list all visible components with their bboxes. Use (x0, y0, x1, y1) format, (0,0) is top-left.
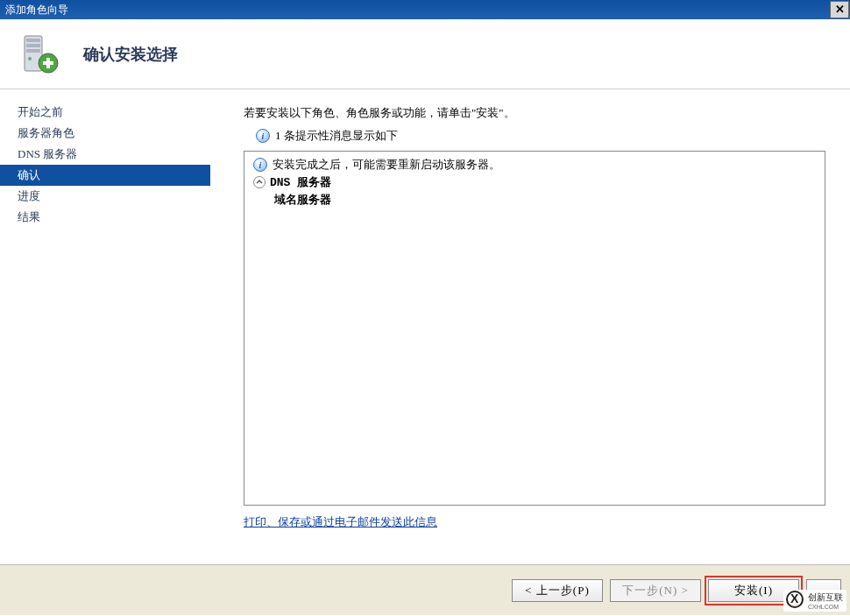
watermark: 创新互联 CXHLCOM (783, 590, 846, 612)
collapse-icon[interactable] (253, 176, 266, 188)
info-icon: i (256, 129, 270, 143)
wizard-body: 开始之前 服务器角色 DNS 服务器 确认 进度 结果 若要安装以下角色、角色服… (0, 89, 850, 564)
sidebar-item-label: 结果 (18, 210, 40, 223)
svg-rect-1 (26, 39, 40, 42)
sidebar-item-confirm[interactable]: 确认 (0, 165, 210, 186)
wizard-content: 若要安装以下角色、角色服务或功能，请单击"安装"。 i 1 条提示性消息显示如下… (210, 89, 850, 564)
previous-button[interactable]: < 上一步(P) (512, 579, 603, 602)
info-messages-line: i 1 条提示性消息显示如下 (256, 128, 825, 144)
info-messages-text: 1 条提示性消息显示如下 (275, 128, 398, 144)
role-line: DNS 服务器 (253, 174, 816, 190)
role-name: DNS 服务器 (270, 174, 331, 190)
sidebar-item-label: 确认 (18, 168, 40, 181)
page-title: 确认安装选择 (83, 44, 178, 65)
sidebar-item-results[interactable]: 结果 (0, 207, 210, 228)
instruction-text: 若要安装以下角色、角色服务或功能，请单击"安装"。 (244, 105, 825, 121)
sub-role-name: 域名服务器 (274, 192, 816, 208)
watermark-logo-icon (786, 591, 804, 608)
roles-summary-box: i 安装完成之后，可能需要重新启动该服务器。 DNS 服务器 域名服务器 (244, 151, 825, 506)
restart-note-text: 安装完成之后，可能需要重新启动该服务器。 (273, 157, 500, 173)
titlebar: 添加角色向导 ✕ (0, 0, 850, 19)
sidebar-item-progress[interactable]: 进度 (0, 186, 210, 207)
svg-rect-7 (43, 61, 53, 65)
print-save-email-link[interactable]: 打印、保存或通过电子邮件发送此信息 (244, 514, 437, 530)
wizard-footer: < 上一步(P) 下一步(N) > 安装(I) 创新互联 CXHLCOM (0, 564, 850, 615)
svg-rect-2 (26, 44, 40, 47)
server-icon (18, 32, 61, 76)
sidebar-item-label: 开始之前 (18, 105, 63, 118)
wizard-header: 确认安装选择 (0, 19, 850, 89)
wizard-steps-sidebar: 开始之前 服务器角色 DNS 服务器 确认 进度 结果 (0, 89, 210, 564)
sidebar-item-before-begin[interactable]: 开始之前 (0, 102, 210, 123)
close-button[interactable]: ✕ (830, 1, 849, 18)
sidebar-item-label: 服务器角色 (18, 126, 74, 139)
sidebar-item-dns-server[interactable]: DNS 服务器 (0, 144, 210, 165)
sidebar-item-label: DNS 服务器 (18, 147, 77, 160)
watermark-brand: 创新互联 (808, 591, 843, 604)
info-icon: i (253, 158, 267, 172)
restart-note-line: i 安装完成之后，可能需要重新启动该服务器。 (253, 157, 816, 173)
next-button: 下一步(N) > (610, 579, 701, 602)
sidebar-item-server-roles[interactable]: 服务器角色 (0, 123, 210, 144)
window-title: 添加角色向导 (5, 0, 68, 19)
svg-rect-3 (26, 49, 40, 53)
svg-point-4 (28, 57, 32, 60)
watermark-sub: CXHLCOM (808, 604, 843, 610)
sidebar-item-label: 进度 (18, 189, 40, 202)
